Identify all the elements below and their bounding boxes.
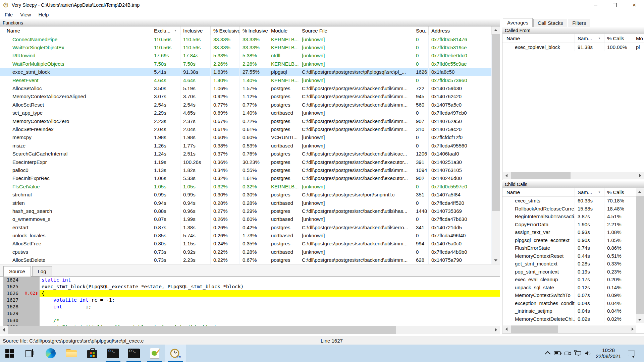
tab-log[interactable]: Log bbox=[32, 266, 52, 276]
child-call-row[interactable]: _intrinsic_setjmp0.04s0.04% bbox=[502, 307, 644, 315]
scroll-left-icon[interactable] bbox=[3, 328, 5, 331]
column-header-address[interactable]: Address bbox=[429, 26, 492, 35]
volume-tray-button[interactable] bbox=[583, 345, 593, 362]
function-row[interactable]: ConnectNamedPipe110.56s110.56s33.33%33.3… bbox=[0, 35, 492, 43]
scrollbar-thumb[interactable] bbox=[8, 326, 396, 334]
taskbar-clock[interactable]: 10:28 22/08/2021 bbox=[593, 347, 624, 359]
functions-vertical-scrollbar[interactable] bbox=[492, 26, 500, 264]
column-header-name[interactable]: Name bbox=[502, 34, 575, 43]
network-tray-button[interactable] bbox=[573, 345, 583, 362]
function-row[interactable]: AllocSetFree0.80s1.15s0.24%0.35%postgres… bbox=[0, 240, 492, 248]
task-view-button[interactable] bbox=[19, 345, 40, 362]
column-header-exclu[interactable]: Exclu...▼ bbox=[151, 26, 180, 35]
child-call-row[interactable]: FlushErrorState0.74s0.86% bbox=[502, 244, 644, 252]
function-row[interactable]: cputws0.73s0.92s0.22%0.28%ucrtbased[unkn… bbox=[0, 248, 492, 256]
column-header-name[interactable]: Name bbox=[0, 26, 151, 35]
very-sleepy-taskbar-button[interactable]: Zzz bbox=[165, 345, 186, 362]
scroll-left-icon[interactable] bbox=[505, 174, 507, 177]
menu-file[interactable]: File bbox=[1, 10, 16, 19]
child-calls-horizontal-scrollbar[interactable] bbox=[503, 325, 636, 333]
child-call-row[interactable]: assign_text_var0.93s1.08% bbox=[502, 228, 644, 236]
scroll-right-icon[interactable] bbox=[632, 327, 634, 331]
minimize-button[interactable] bbox=[586, 0, 605, 10]
source-horizontal-scrollbar[interactable] bbox=[0, 326, 500, 334]
function-row[interactable]: MemoryContextAllocZero2.23s2.37s0.67%0.7… bbox=[0, 117, 492, 125]
column-header-inclusive[interactable]: Inclusive bbox=[180, 26, 211, 35]
scroll-right-icon[interactable] bbox=[639, 174, 641, 177]
source-code-view[interactable]: 1624static int1625exec_stmt_block(PLpgSQ… bbox=[0, 276, 500, 326]
child-call-row[interactable]: RollbackAndReleaseCurre...15.88s18.48% bbox=[502, 205, 644, 213]
scroll-right-icon[interactable] bbox=[495, 328, 497, 331]
function-row[interactable]: msize1.26s1.77s0.38%0.53%ucrtbased[unkno… bbox=[0, 141, 492, 149]
column-header-mo[interactable]: Mo bbox=[633, 34, 644, 43]
tab-call-stacks[interactable]: Call Stacks bbox=[533, 19, 567, 27]
scroll-up-icon[interactable] bbox=[638, 191, 641, 193]
child-call-row[interactable]: BeginInternalSubTransacti...3.87s4.51% bbox=[502, 213, 644, 221]
function-row[interactable]: SearchCatCacheInternal1.24s2.51s0.37%0.7… bbox=[0, 149, 492, 158]
scrollbar-thumb[interactable] bbox=[636, 196, 644, 314]
column-header-calls[interactable]: % Calls bbox=[604, 188, 633, 196]
tray-expand-button[interactable] bbox=[543, 345, 553, 362]
function-row[interactable]: o_wmemmove_s0.87s1.99s0.26%0.60%ucrtbase… bbox=[0, 215, 492, 223]
camera-tray-button[interactable] bbox=[563, 345, 573, 362]
scroll-down-icon[interactable] bbox=[638, 319, 641, 321]
tab-averages[interactable]: Averages bbox=[503, 18, 533, 27]
scrollbar-thumb[interactable] bbox=[511, 325, 558, 333]
function-row[interactable]: AllocSetReset2.54s2.54s0.77%0.77%postgre… bbox=[0, 101, 492, 109]
function-row[interactable]: FlsGetValue1.05s1.05s0.32%0.32%KERNELB..… bbox=[0, 182, 492, 190]
close-button[interactable]: × bbox=[625, 0, 644, 10]
function-row[interactable]: strlen0.94s0.94s0.28%0.28%ucrtbased[unkn… bbox=[0, 199, 492, 207]
function-row[interactable]: hash_seq_search0.88s0.96s0.27%0.29%postg… bbox=[0, 207, 492, 215]
column-header-name[interactable]: Name bbox=[502, 188, 575, 196]
child-call-row[interactable]: exec_stmts60.33s70.18% bbox=[502, 197, 644, 205]
column-header-sourcefile[interactable]: Source File bbox=[299, 26, 413, 35]
terminal-taskbar-button-1[interactable] bbox=[103, 345, 123, 362]
function-row[interactable]: set_app_type2.29s4.65s0.69%1.40%ucrtbase… bbox=[0, 109, 492, 117]
function-row[interactable]: ResetEvent4.64s4.64s1.40%1.40%KERNELB...… bbox=[0, 76, 492, 84]
child-call-row[interactable]: CopyErrorData1.90s2.21% bbox=[502, 221, 644, 229]
function-row[interactable]: AllocSetFreeIndex2.04s2.04s0.61%0.61%pos… bbox=[0, 125, 492, 133]
menu-help[interactable]: Help bbox=[35, 10, 52, 19]
function-row[interactable]: WaitForSingleObjectEx110.56s110.56s33.33… bbox=[0, 43, 492, 51]
function-row[interactable]: WaitForMultipleObjects7.50s7.50s2.26%2.2… bbox=[0, 60, 492, 68]
start-button[interactable] bbox=[0, 345, 19, 362]
scroll-down-icon[interactable] bbox=[494, 259, 497, 261]
tab-source[interactable]: Source bbox=[3, 266, 31, 277]
child-call-row[interactable]: MemoryContextSwitchTo0.07s0.09% bbox=[502, 291, 644, 299]
terminal-taskbar-button-2[interactable] bbox=[123, 345, 144, 362]
function-row[interactable]: errstart0.87s1.38s0.26%0.42%postgresC:\d… bbox=[0, 223, 492, 231]
function-row[interactable]: AllocSetDelete0.73s2.23s0.22%0.67%postgr… bbox=[0, 256, 492, 264]
column-header-sam[interactable]: Sam...▼ bbox=[575, 188, 604, 196]
function-row[interactable]: ExecInterpExpr1.19s100.26s0.36%30.23%pos… bbox=[0, 158, 492, 166]
function-row[interactable]: exec_stmt_block5.41s91.38s1.63%27.55%plp… bbox=[0, 68, 492, 76]
function-row[interactable]: ExecInitExprRec1.06s5.33s0.32%1.61%postg… bbox=[0, 174, 492, 182]
child-call-row[interactable]: plpgsql_create_econtext0.90s1.05% bbox=[502, 236, 644, 244]
maximize-button[interactable] bbox=[605, 0, 625, 10]
called-from-horizontal-scrollbar[interactable] bbox=[503, 172, 644, 179]
column-header-inclusive[interactable]: % Inclusive bbox=[240, 26, 268, 35]
function-row[interactable]: strchrnul0.99s0.99s0.30%0.30%postgresC:\… bbox=[0, 190, 492, 198]
tab-filters[interactable]: Filters bbox=[568, 19, 590, 27]
scrollbar-thumb[interactable] bbox=[492, 34, 500, 211]
menu-view[interactable]: View bbox=[16, 10, 35, 19]
function-row[interactable]: MemoryContextAllocZeroAligned3.07s3.70s0… bbox=[0, 93, 492, 101]
function-row[interactable]: AllocSetAlloc3.50s5.19s1.06%1.57%postgre… bbox=[0, 84, 492, 92]
function-row[interactable]: memcpy1.98s1.98s0.60%0.60%VCRUNTI...[unk… bbox=[0, 133, 492, 141]
column-header-sam[interactable]: Sam...▼ bbox=[575, 34, 604, 43]
notepad-plus-plus-taskbar-button[interactable] bbox=[144, 345, 165, 362]
action-center-button[interactable] bbox=[624, 345, 639, 362]
child-call-row[interactable]: MemoryContextDeleteChi...0.02s0.02% bbox=[502, 315, 644, 323]
function-row[interactable]: palloc01.13s1.82s0.34%0.55%postgresC:\dl… bbox=[0, 166, 492, 174]
battery-tray-button[interactable] bbox=[553, 345, 563, 362]
child-call-row[interactable]: unpack_sql_state0.12s0.14% bbox=[502, 284, 644, 292]
microsoft-store-taskbar-button[interactable] bbox=[82, 345, 103, 362]
scroll-up-icon[interactable] bbox=[494, 29, 497, 31]
column-header-module[interactable]: Module bbox=[268, 26, 299, 35]
child-call-row[interactable]: exec_eval_cleanup0.17s0.20% bbox=[502, 276, 644, 284]
function-row[interactable]: unlock_locales0.85s5.74s0.26%1.73%ucrtba… bbox=[0, 231, 492, 239]
edge-taskbar-button[interactable] bbox=[40, 345, 61, 362]
scrollbar-thumb[interactable] bbox=[511, 172, 571, 179]
child-calls-vertical-scrollbar[interactable] bbox=[636, 188, 644, 323]
child-call-row[interactable]: get_stmt_mcontext0.28s0.33% bbox=[502, 260, 644, 268]
child-call-row[interactable]: exception_matches_condit...0.04s0.04% bbox=[502, 299, 644, 307]
